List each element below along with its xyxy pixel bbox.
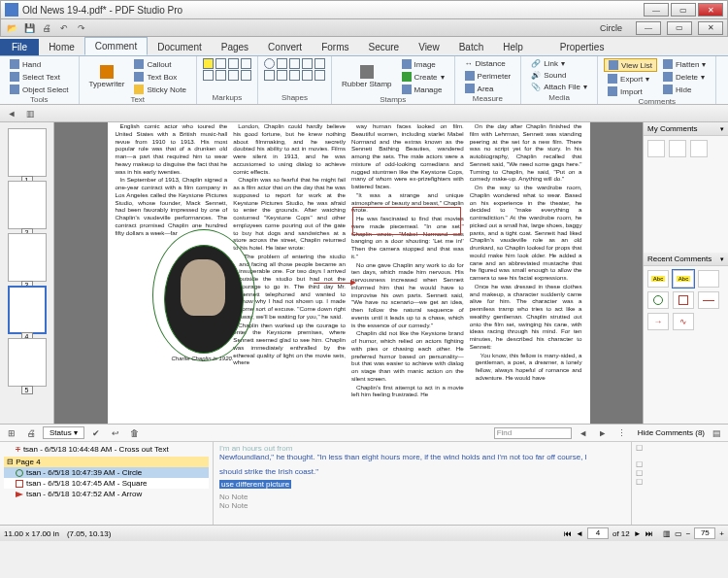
callout-button[interactable]: Callout xyxy=(130,58,189,70)
comment-arrow[interactable]: tsan - 6/5/18 10:47:52 AM - Arrow xyxy=(4,489,209,499)
fit-icon[interactable]: ▭ xyxy=(675,529,682,538)
print-comments-icon[interactable]: 🖨 xyxy=(23,426,39,440)
check-4[interactable]: ☐ xyxy=(636,478,724,487)
tab-properties[interactable]: Properties xyxy=(550,39,614,55)
inner-close-button[interactable]: ✕ xyxy=(698,21,723,35)
next-icon[interactable]: ► xyxy=(595,426,611,440)
export-button[interactable]: Export ▾ xyxy=(604,73,657,85)
sidebar-toggle-icon[interactable]: ▥ xyxy=(22,107,38,120)
delete-button[interactable]: Delete ▾ xyxy=(659,71,710,83)
delete-comment-icon[interactable]: 🗑 xyxy=(127,426,143,440)
expand-icon[interactable]: ⊞ xyxy=(4,426,19,440)
status-dropdown[interactable]: Status ▾ xyxy=(43,426,84,439)
tab-help[interactable]: Help xyxy=(493,39,533,55)
recent-highlight-2[interactable]: Abc xyxy=(673,270,694,288)
perimeter-button[interactable]: Perimeter xyxy=(461,70,515,82)
open-icon[interactable]: 📂 xyxy=(5,21,18,35)
recent-line[interactable] xyxy=(698,291,719,309)
flatten-button[interactable]: Flatten ▾ xyxy=(659,58,710,70)
image-button[interactable]: Image xyxy=(398,58,448,70)
zoom-in-icon[interactable]: + xyxy=(719,529,724,538)
reply-icon[interactable]: ↩ xyxy=(108,426,123,440)
next-page-icon[interactable]: ► xyxy=(634,529,642,538)
tab-convert[interactable]: Convert xyxy=(258,39,312,55)
tab-secure[interactable]: Secure xyxy=(358,39,409,55)
recent-circle[interactable] xyxy=(647,291,669,309)
tab-comment[interactable]: Comment xyxy=(84,37,148,55)
arrow-annotation[interactable] xyxy=(314,283,352,284)
page-input[interactable]: 4 xyxy=(587,527,609,539)
prev-page-icon[interactable]: ◄ xyxy=(576,529,583,538)
thumb-2[interactable]: 2 xyxy=(8,181,47,229)
tab-file[interactable]: File xyxy=(0,39,39,55)
comment-style-3[interactable] xyxy=(690,140,708,157)
zoom-out-icon[interactable]: − xyxy=(686,529,691,538)
markup-row-1[interactable] xyxy=(203,58,251,69)
thumbnail-panel[interactable]: 1 2 3 4 5 xyxy=(0,122,54,424)
thumb-1[interactable]: 1 xyxy=(8,128,47,177)
tab-pages[interactable]: Pages xyxy=(212,39,258,55)
shapes-row-2[interactable] xyxy=(264,70,325,81)
undo-icon[interactable]: ↶ xyxy=(57,21,71,35)
comment-style-1[interactable] xyxy=(647,140,665,157)
recent-arrow[interactable]: → xyxy=(647,313,669,330)
hide-comments-button[interactable]: Hide Comments (8) xyxy=(638,428,705,437)
redo-icon[interactable]: ↷ xyxy=(75,21,88,35)
check-3[interactable]: ☐ xyxy=(636,469,724,478)
thumb-4[interactable]: 4 xyxy=(8,286,47,334)
comments-tree[interactable]: Ttsan - 6/5/18 10:44:48 AM - Cross out T… xyxy=(0,442,214,525)
recent-square[interactable] xyxy=(673,291,694,309)
thumb-5[interactable]: 5 xyxy=(8,338,47,387)
prev-icon[interactable]: ◄ xyxy=(576,426,591,440)
checkmark-icon[interactable]: ✔ xyxy=(88,426,104,440)
sound-button[interactable]: 🔊Sound xyxy=(527,70,591,81)
chevron-down-icon[interactable]: ▾ xyxy=(720,125,724,133)
check-2[interactable]: ☐ xyxy=(636,460,724,469)
import-button[interactable]: Import xyxy=(604,85,657,97)
print-icon[interactable]: 🖨 xyxy=(40,21,53,35)
comment-crossout[interactable]: Ttsan - 6/5/18 10:44:48 AM - Cross out T… xyxy=(4,444,209,455)
close-button[interactable]: ✕ xyxy=(698,3,723,17)
recent-item-3[interactable] xyxy=(698,270,719,288)
document-area[interactable]: Charlie Chaplin in 1920. English comic a… xyxy=(54,122,643,424)
tab-view[interactable]: View xyxy=(409,39,449,55)
first-page-icon[interactable]: ⏮ xyxy=(564,529,572,538)
typewriter-button[interactable]: Typewriter xyxy=(85,58,129,95)
tab-batch[interactable]: Batch xyxy=(449,39,494,55)
my-comments-header[interactable]: My Comments▾ xyxy=(644,122,728,136)
hand-button[interactable]: Hand xyxy=(6,58,73,70)
recent-curve[interactable]: ∿ xyxy=(673,313,694,330)
layout-icon[interactable]: ▥ xyxy=(663,529,671,538)
hide-button[interactable]: Hide xyxy=(659,84,710,95)
rubber-stamp-button[interactable]: Rubber Stamp xyxy=(338,58,396,95)
comment-style-2[interactable] xyxy=(669,140,686,157)
tab-home[interactable]: Home xyxy=(39,39,84,55)
inner-restore-button[interactable]: ▭ xyxy=(667,21,692,35)
tab-forms[interactable]: Forms xyxy=(312,39,358,55)
square-annotation[interactable] xyxy=(352,207,461,235)
zoom-input[interactable]: 75 xyxy=(694,527,715,539)
sticky-button[interactable]: Sticky Note xyxy=(130,84,189,95)
thumb-3[interactable]: 3 xyxy=(8,233,47,282)
textbox-button[interactable]: Text Box xyxy=(130,71,189,83)
check-1[interactable]: ☐ xyxy=(636,444,724,453)
shapes-row-1[interactable] xyxy=(264,58,325,69)
recent-comments-header[interactable]: Recent Comments▾ xyxy=(644,253,728,266)
recent-highlight-1[interactable]: Abc xyxy=(647,270,669,288)
comment-circle[interactable]: tsan - 6/5/18 10:47:39 AM - Circle xyxy=(4,467,209,478)
find-input[interactable]: Find xyxy=(494,427,572,439)
tab-document[interactable]: Document xyxy=(148,39,212,55)
comment-note-area[interactable]: I'm an hours out from Newfoundland," he … xyxy=(214,442,631,525)
link-button[interactable]: 🔗Link ▾ xyxy=(527,58,591,69)
area-button[interactable]: Area xyxy=(461,83,515,94)
viewlist-button[interactable]: View List xyxy=(604,58,657,72)
distance-button[interactable]: ↔Distance xyxy=(461,58,515,69)
minimize-button[interactable]: — xyxy=(644,3,669,17)
last-page-icon[interactable]: ⏭ xyxy=(645,529,653,538)
inner-minimize-button[interactable]: — xyxy=(636,21,661,35)
object-select-button[interactable]: Object Select xyxy=(6,84,73,95)
manage-button[interactable]: Manage xyxy=(398,84,448,95)
comment-square[interactable]: tsan - 6/5/18 10:47:45 AM - Square xyxy=(4,478,209,489)
save-icon[interactable]: 💾 xyxy=(22,21,36,35)
chevron-down-icon[interactable]: ▾ xyxy=(720,255,724,263)
